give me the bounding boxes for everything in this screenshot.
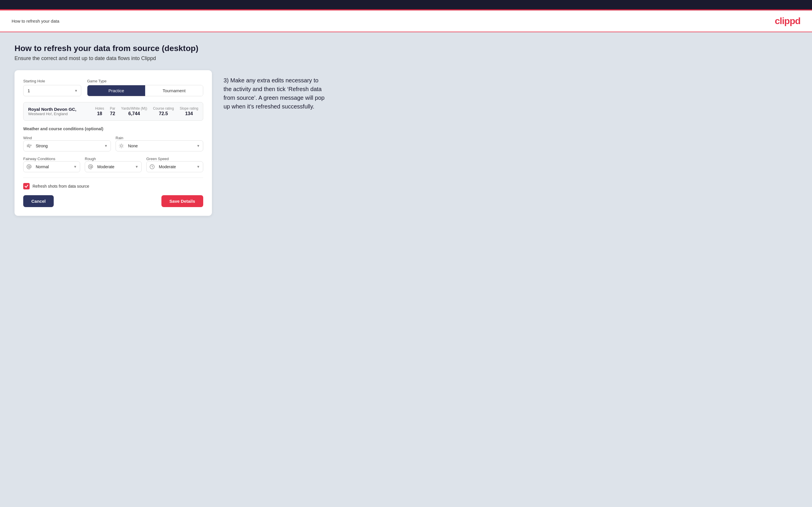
rain-field: Rain None Light	[115, 135, 203, 152]
rain-select[interactable]: None Light Heavy	[127, 141, 203, 151]
course-rating-stat: Course rating 72.5	[153, 106, 174, 116]
game-type-group: Game Type Practice Tournament	[87, 79, 203, 96]
yards-label: Yards/White (M))	[121, 106, 147, 111]
svg-line-8	[123, 144, 123, 145]
green-speed-select-wrapper: Moderate Slow Fast ▼	[146, 161, 203, 172]
header: How to refresh your data clippd	[0, 10, 812, 32]
starting-hole-wrapper: 1 10 ▼	[23, 85, 81, 96]
par-label: Par	[110, 106, 115, 111]
svg-line-4	[123, 147, 123, 148]
form-actions: Cancel Save Details	[23, 195, 203, 207]
wind-select-wrapper: Strong None Light Moderate ▼	[23, 140, 111, 152]
fairway-field: Fairway Conditions Normal Firm Soft	[23, 156, 80, 172]
yards-value: 6,744	[128, 111, 140, 116]
slope-rating-stat: Slope rating 134	[180, 106, 198, 116]
course-row: Royal North Devon GC, Westward Ho!, Engl…	[23, 102, 203, 121]
starting-hole-select[interactable]: 1 10	[23, 85, 81, 96]
side-panel: 3) Make any extra edits necessary to the…	[223, 70, 328, 111]
top-fields-row: Starting Hole 1 10 ▼ Game Type Practice …	[23, 79, 203, 96]
rain-select-wrapper: None Light Heavy ▼	[115, 140, 203, 152]
weather-section-title: Weather and course conditions (optional)	[23, 126, 203, 131]
form-panel: Starting Hole 1 10 ▼ Game Type Practice …	[14, 70, 212, 216]
rain-label: Rain	[115, 136, 123, 140]
wind-icon	[23, 143, 35, 149]
cancel-button[interactable]: Cancel	[23, 195, 54, 207]
starting-hole-label: Starting Hole	[23, 79, 81, 83]
main-content: How to refresh your data from source (de…	[0, 32, 812, 507]
refresh-checkbox-label: Refresh shots from data source	[33, 184, 89, 188]
rough-field: Rough Moderate Light Heavy ▼	[85, 156, 142, 172]
rough-select-wrapper: Moderate Light Heavy ▼	[85, 161, 142, 172]
slope-rating-value: 134	[185, 111, 193, 116]
rough-label: Rough	[85, 157, 96, 161]
refresh-checkbox-row: Refresh shots from data source	[23, 183, 203, 189]
holes-stat: Holes 18	[95, 106, 104, 116]
slope-rating-label: Slope rating	[180, 106, 198, 111]
rain-icon	[116, 143, 127, 149]
game-type-label: Game Type	[87, 79, 203, 83]
green-speed-field: Green Speed Moderate Slow Fast ▼	[146, 156, 203, 172]
page-title: How to refresh your data from source (de…	[14, 44, 798, 53]
fairway-rough-green-row: Fairway Conditions Normal Firm Soft	[23, 156, 203, 172]
content-area: Starting Hole 1 10 ▼ Game Type Practice …	[14, 70, 798, 216]
par-stat: Par 72	[110, 106, 115, 116]
svg-point-9	[28, 166, 30, 168]
save-button[interactable]: Save Details	[161, 195, 203, 207]
course-name: Royal North Devon GC,	[28, 107, 89, 112]
holes-label: Holes	[95, 106, 104, 111]
svg-line-7	[119, 147, 120, 148]
wind-label: Wind	[23, 136, 32, 140]
fairway-label: Fairway Conditions	[23, 157, 55, 161]
practice-button[interactable]: Practice	[87, 85, 145, 96]
starting-hole-group: Starting Hole 1 10 ▼	[23, 79, 81, 96]
side-panel-text: 3) Make any extra edits necessary to the…	[223, 76, 328, 111]
tournament-button[interactable]: Tournament	[145, 85, 203, 96]
wind-field: Wind Strong None Light Moderate	[23, 135, 111, 152]
course-location: Westward Ho!, England	[28, 112, 89, 116]
rough-select[interactable]: Moderate Light Heavy	[96, 162, 141, 172]
yards-stat: Yards/White (M)) 6,744	[121, 106, 147, 116]
fairway-select[interactable]: Normal Firm Soft	[35, 162, 80, 172]
logo: clippd	[775, 16, 800, 26]
rough-icon	[85, 164, 96, 169]
course-rating-value: 72.5	[159, 111, 168, 116]
course-rating-label: Course rating	[153, 106, 174, 111]
fairway-select-wrapper: Normal Firm Soft ▼	[23, 161, 80, 172]
svg-point-0	[120, 145, 122, 147]
green-speed-icon	[147, 164, 158, 169]
page-subtitle: Ensure the correct and most up to date d…	[14, 55, 798, 61]
par-value: 72	[110, 111, 115, 116]
top-bar	[0, 0, 812, 9]
svg-line-3	[119, 144, 120, 145]
svg-point-10	[90, 166, 92, 168]
course-stats: Holes 18 Par 72 Yards/White (M)) 6,744 C…	[95, 106, 198, 116]
refresh-checkbox[interactable]	[23, 183, 30, 189]
green-speed-select[interactable]: Moderate Slow Fast	[158, 162, 203, 172]
course-info: Royal North Devon GC, Westward Ho!, Engl…	[28, 107, 89, 116]
green-speed-label: Green Speed	[146, 157, 169, 161]
game-type-buttons: Practice Tournament	[87, 85, 203, 96]
breadcrumb: How to refresh your data	[12, 18, 59, 23]
wind-rain-row: Wind Strong None Light Moderate	[23, 135, 203, 152]
fairway-icon	[23, 164, 35, 169]
wind-select[interactable]: Strong None Light Moderate	[35, 141, 111, 151]
divider	[23, 177, 203, 178]
holes-value: 18	[97, 111, 102, 116]
